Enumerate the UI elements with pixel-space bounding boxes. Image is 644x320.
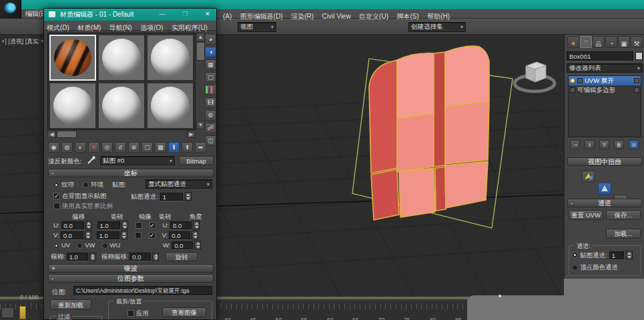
menu-scripting[interactable]: 脚本(S) — [394, 12, 421, 21]
blur-offset-field[interactable]: 0.0 — [129, 253, 151, 261]
reference-coordinate-dropdown[interactable]: 视图▾ — [238, 22, 276, 32]
backlight-icon[interactable]: ◑ — [205, 47, 216, 57]
remove-modifier-button[interactable]: 🗑 — [614, 140, 624, 149]
tab-create[interactable]: ✶ — [567, 36, 579, 48]
sample-type-icon[interactable]: ◕ — [205, 34, 216, 45]
sample-slot-6[interactable] — [147, 83, 194, 129]
make-preview-icon[interactable]: 🎞 — [205, 97, 216, 108]
rotate-button[interactable]: 旋转 — [166, 252, 198, 261]
show-map-in-viewport-icon[interactable]: ▩ — [155, 142, 166, 153]
load-uvw-button[interactable]: 加载... — [606, 229, 641, 239]
u-tiling-spin[interactable] — [121, 221, 128, 229]
u-offset-spin[interactable] — [85, 221, 92, 229]
time-slider-handle[interactable] — [19, 306, 26, 319]
sample-slot-4[interactable] — [49, 83, 96, 129]
material-editor-minimize[interactable]: — — [156, 10, 168, 19]
channel-rollout-header[interactable]: -通道 — [567, 199, 642, 207]
bitmap-type-button[interactable]: Bitmap — [179, 156, 214, 165]
background-icon[interactable]: ▦ — [205, 59, 216, 70]
tab-modify[interactable]: ⌒ — [580, 36, 592, 48]
material-map-navigator-icon[interactable]: ◫ — [205, 135, 216, 146]
menu-civil-view[interactable]: Civil View — [319, 12, 353, 21]
coordinates-rollout-header[interactable]: -坐标 — [48, 169, 214, 177]
assign-material-to-selection-icon[interactable]: ◐ — [75, 142, 86, 153]
vertex-color-radio[interactable] — [572, 265, 578, 271]
put-to-library-icon[interactable]: ⊕ — [128, 142, 139, 153]
video-color-check-icon[interactable]: ▍▍ — [205, 85, 216, 95]
tab-utilities[interactable]: ⚒ — [631, 36, 643, 48]
material-editor-titlebar[interactable]: 材质编辑器 - 01 - Default — ❐ ✕ — [44, 9, 216, 21]
v-mirror-checkbox[interactable] — [135, 232, 141, 239]
go-to-sibling-icon[interactable]: ➦ — [195, 142, 206, 153]
v-angle-spin[interactable] — [192, 231, 198, 239]
make-unique-icon[interactable]: ☌ — [115, 142, 126, 153]
v-tile-checkbox[interactable]: ✓ — [149, 232, 155, 239]
put-material-to-scene-icon[interactable]: ◍ — [61, 142, 73, 153]
sample-uv-tiling-icon[interactable]: ▢ — [205, 72, 216, 83]
slots-scroll-thumb[interactable] — [196, 42, 205, 61]
mtl-menu-navigation[interactable]: 导航(N) — [107, 23, 135, 33]
mini-curve-editor-icon[interactable] — [1, 307, 14, 318]
tab-motion[interactable]: ◔ — [605, 36, 617, 48]
u-tiling-field[interactable]: 1.0 — [97, 221, 120, 229]
tab-display[interactable]: ▣ — [618, 36, 630, 48]
slots-scroll-up[interactable]: ▲ — [196, 33, 205, 41]
make-material-copy-icon[interactable]: ◎ — [101, 142, 113, 153]
real-world-scale-checkbox[interactable] — [53, 203, 60, 209]
mtl-menu-material[interactable]: 材质(M) — [75, 23, 103, 33]
go-to-parent-icon[interactable]: ⬆ — [182, 142, 193, 153]
show-map-on-back-checkbox[interactable]: ✓ — [53, 193, 60, 199]
environment-radio[interactable] — [83, 182, 89, 188]
modifier-unwrap-uvw[interactable]: UVW 展开 — [569, 76, 641, 85]
get-material-icon[interactable]: ◉ — [48, 142, 59, 153]
u-offset-field[interactable]: 0.0 — [61, 221, 84, 229]
v-offset-spin[interactable] — [85, 231, 91, 239]
menu-help[interactable]: 帮助(H) — [424, 12, 452, 21]
map-channel-radio[interactable] — [572, 252, 578, 258]
max-logo[interactable] — [0, 0, 21, 19]
mapping-dropdown[interactable]: 显式贴图通道▾ — [145, 179, 212, 189]
uv-radio[interactable] — [53, 243, 59, 249]
wu-radio[interactable] — [102, 243, 108, 249]
blur-spin[interactable] — [89, 253, 96, 261]
v-offset-field[interactable]: 0.0 — [61, 231, 83, 239]
named-selection-set-dropdown[interactable]: 创建选择集▾ — [408, 22, 466, 32]
map-channel-value[interactable]: 1 — [609, 251, 624, 259]
view-image-button[interactable]: 查看图像 — [162, 307, 206, 317]
reload-button[interactable]: 重新加载 — [50, 299, 91, 310]
map-name-dropdown[interactable]: 贴图 #0▾ — [100, 156, 175, 165]
show-end-result-icon[interactable]: ‖ — [168, 142, 180, 153]
v-angle-field[interactable]: 0.0 — [169, 231, 190, 239]
menu-customize[interactable]: 自定义(U) — [356, 12, 391, 21]
sample-slot-1-selected[interactable] — [49, 35, 96, 81]
sample-slot-2[interactable] — [98, 35, 145, 81]
sample-slot-3[interactable] — [147, 35, 194, 81]
pin-stack-button[interactable]: ⊸ — [570, 140, 580, 149]
options-icon[interactable]: ⚙ — [205, 110, 216, 121]
map-channel-field[interactable]: 1 — [160, 193, 183, 201]
texture-radio[interactable] — [53, 182, 59, 188]
pin-icon-2[interactable] — [634, 87, 639, 93]
bitmap-path-field[interactable]: C:\Users\Administrator\Desktop\宝箱展开.tga — [73, 286, 212, 295]
reset-map-icon[interactable]: ✕ — [88, 142, 99, 153]
viewport-label[interactable]: +] [透视] [真实 + — [1, 37, 44, 46]
slots-scroll-left[interactable]: ◀ — [47, 131, 56, 138]
u-mirror-checkbox[interactable] — [135, 222, 142, 229]
menu-rendering[interactable]: 渲染(R) — [288, 12, 316, 21]
mtl-menu-utilities[interactable]: 实用程序(U) — [169, 23, 210, 33]
eyedropper-icon[interactable] — [87, 155, 96, 165]
blur-offset-spin[interactable] — [152, 253, 159, 261]
object-name-field[interactable]: Box001 — [567, 51, 633, 61]
distortion-angle-icon[interactable] — [598, 183, 611, 195]
slots-scroll-right[interactable]: ▶ — [187, 131, 196, 138]
sample-slot-5[interactable] — [98, 83, 145, 129]
u-tile-checkbox[interactable]: ✓ — [149, 222, 156, 229]
mtl-menu-modes[interactable]: 模式(D) — [44, 23, 72, 33]
bitmap-params-rollout-header[interactable]: -位图参数 — [48, 274, 214, 283]
material-editor-maximize[interactable]: ❐ — [179, 10, 191, 19]
show-end-result-button[interactable]: ‖ — [585, 140, 595, 149]
tab-hierarchy[interactable]: 品 — [593, 36, 605, 48]
distortion-off-icon[interactable] — [582, 171, 595, 183]
configure-modifier-sets-button[interactable]: ⊞ — [629, 140, 639, 149]
noise-rollout-header[interactable]: +噪波 — [48, 264, 214, 273]
